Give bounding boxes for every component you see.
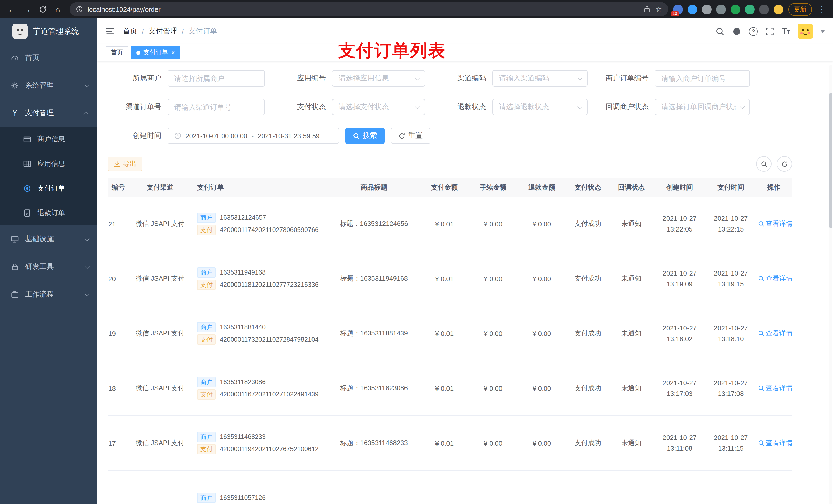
refund-status-select[interactable]: 请选择退款状态 — [492, 99, 588, 115]
github-icon[interactable] — [732, 27, 741, 36]
reload-icon[interactable] — [36, 3, 49, 16]
gear-icon — [10, 81, 20, 90]
cell-status: 支付成功 — [566, 329, 610, 338]
tab-home[interactable]: 首页 — [105, 46, 128, 59]
sidebar-item-workflow[interactable]: 工作流程 — [0, 281, 97, 308]
toggle-search-icon[interactable] — [756, 156, 771, 172]
sidebar-item-dev-tools[interactable]: 研发工具 — [0, 253, 97, 281]
col-header-amount: 支付金额 — [420, 183, 469, 192]
home-icon[interactable]: ⌂ — [51, 3, 65, 16]
pay-status-select[interactable]: 请选择支付状态 — [332, 99, 425, 115]
sidebar-item-home[interactable]: 首页 — [0, 44, 97, 72]
extension-icon[interactable] — [688, 4, 697, 14]
font-size-icon[interactable]: TT — [782, 27, 790, 36]
collapse-sidebar-icon[interactable] — [105, 27, 115, 36]
merchant-order-no-input[interactable] — [655, 70, 750, 87]
cell-order: 商户 1635311057126 — [192, 491, 328, 504]
logo-row[interactable]: 芋道管理系统 — [0, 19, 97, 44]
url-text[interactable]: localhost:1024/pay/order — [88, 5, 639, 13]
monitor-icon — [10, 235, 20, 243]
filter-row-3: 创建时间 2021-10-01 00:00:00 - 2021-10-31 23… — [108, 127, 823, 144]
sidebar-item-app-info[interactable]: 应用信息 — [0, 152, 97, 176]
extension-icon[interactable] — [731, 4, 740, 14]
sidebar-item-pay-order[interactable]: 支付订单 — [0, 176, 97, 201]
breadcrumb-home[interactable]: 首页 — [123, 27, 137, 36]
breadcrumb-separator: / — [182, 27, 184, 35]
view-detail-link[interactable]: 查看详情 — [758, 384, 792, 393]
tab-pay-order[interactable]: 支付订单 × — [131, 46, 180, 59]
extension-icon[interactable] — [745, 4, 755, 14]
refresh-table-icon[interactable] — [777, 156, 792, 172]
refresh-icon — [399, 133, 405, 139]
caret-down-icon[interactable] — [821, 30, 825, 32]
search-icon — [758, 275, 764, 282]
view-detail-link[interactable]: 查看详情 — [758, 274, 792, 283]
sidebar-item-label: 基础设施 — [25, 235, 54, 244]
date-separator: - — [251, 132, 254, 140]
search-icon — [758, 221, 764, 227]
sidebar-item-label: 退款订单 — [38, 209, 65, 218]
share-icon[interactable] — [644, 6, 651, 13]
cell-action: 查看详情 — [756, 219, 792, 229]
create-time-range-picker[interactable]: 2021-10-01 00:00:00 - 2021-10-31 23:59:5… — [168, 127, 339, 144]
search-icon[interactable] — [716, 27, 724, 35]
sidebar-item-merchant-info[interactable]: 商户信息 — [0, 127, 97, 152]
notify-status-select[interactable]: 请选择订单回调商户状态 — [655, 99, 750, 115]
fullscreen-icon[interactable] — [765, 27, 774, 35]
orders-table: 编号 支付渠道 支付订单 商品标题 支付金额 手续金额 退款金额 支付状态 回调… — [108, 178, 792, 504]
extension-badge: 10 — [671, 11, 679, 16]
filter-row-2: 渠道订单号 支付状态 请选择支付状态 退款状态 请选择退款状态 — [108, 99, 823, 115]
field-label: 应用编号 — [272, 74, 332, 83]
view-detail-link[interactable]: 查看详情 — [758, 329, 792, 338]
cell-title: 标题：1635311823086 — [328, 384, 420, 393]
cell-id: 17 — [108, 439, 128, 447]
col-header-refund: 退款金额 — [518, 183, 566, 192]
breadcrumb-current: 支付订单 — [189, 27, 217, 36]
channel-code-select[interactable]: 请输入渠道编码 — [492, 70, 588, 87]
back-icon[interactable]: ← — [5, 3, 19, 16]
sidebar-item-pay[interactable]: ¥ 支付管理 — [0, 99, 97, 127]
sidebar-item-infra[interactable]: 基础设施 — [0, 225, 97, 253]
active-tab-dot — [136, 50, 140, 54]
extension-icon[interactable]: 10 — [673, 4, 683, 14]
export-button[interactable]: 导出 — [108, 157, 142, 171]
breadcrumb-section[interactable]: 支付管理 — [148, 27, 177, 36]
url-bar[interactable]: localhost:1024/pay/order ☆ — [70, 2, 668, 16]
pay-tag: 支付 — [197, 334, 216, 345]
view-detail-link[interactable]: 查看详情 — [758, 219, 792, 229]
filter-merchant-order-no: 商户订单编号 — [595, 70, 750, 87]
browser-menu-icon[interactable]: ⋮ — [816, 5, 828, 14]
cell-refund: ¥ 0.00 — [518, 220, 566, 228]
view-detail-link[interactable]: 查看详情 — [758, 438, 792, 448]
channel-order-no-input[interactable] — [168, 99, 265, 115]
cell-fee: ¥ 0.00 — [469, 220, 518, 228]
site-info-icon[interactable] — [76, 6, 83, 13]
scrollbar-thumb[interactable] — [829, 93, 832, 229]
sidebar-item-system[interactable]: 系统管理 — [0, 72, 97, 99]
help-icon[interactable]: ? — [749, 27, 758, 35]
field-label: 创建时间 — [108, 131, 168, 140]
merchant-input[interactable] — [168, 70, 265, 87]
user-avatar[interactable] — [798, 24, 813, 39]
filter-pay-status: 支付状态 请选择支付状态 — [272, 99, 425, 115]
field-label: 渠道订单号 — [108, 102, 168, 112]
extension-icon[interactable] — [702, 4, 712, 14]
page-annotation: 支付订单列表 — [338, 39, 446, 63]
forward-icon[interactable]: → — [21, 3, 34, 16]
extension-icon[interactable] — [759, 4, 769, 14]
search-button[interactable]: 搜索 — [345, 127, 385, 144]
cell-fee: ¥ 0.00 — [469, 439, 518, 447]
reset-button[interactable]: 重置 — [391, 127, 430, 144]
extension-icon[interactable] — [774, 4, 783, 14]
extension-icon[interactable] — [716, 4, 726, 14]
cell-channel: 微信 JSAPI 支付 — [128, 219, 192, 229]
close-icon[interactable]: × — [171, 49, 175, 56]
bookmark-star-icon[interactable]: ☆ — [656, 5, 662, 13]
top-navbar: 首页 / 支付管理 / 支付订单 支付订单列表 ? — [97, 19, 833, 44]
browser-update-button[interactable]: 更新 — [788, 3, 812, 16]
sidebar-item-refund-order[interactable]: 退款订单 — [0, 201, 97, 225]
breadcrumb-separator: / — [142, 27, 144, 35]
field-label: 渠道编码 — [432, 74, 492, 83]
app-id-select[interactable]: 请选择应用信息 — [332, 70, 425, 87]
main-area: 首页 / 支付管理 / 支付订单 支付订单列表 ? — [97, 19, 833, 504]
